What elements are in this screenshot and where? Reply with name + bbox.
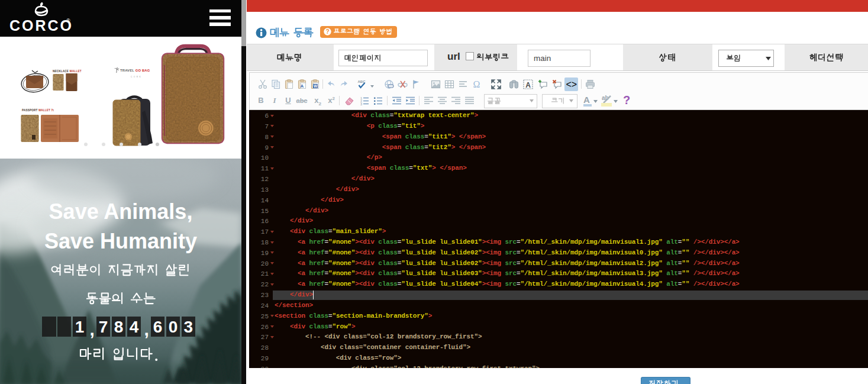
svg-text:A: A: [525, 81, 531, 89]
svg-text:Ω: Ω: [473, 79, 480, 89]
svg-text:W: W: [314, 84, 318, 88]
svg-text:A: A: [301, 83, 304, 89]
svg-text:3: 3: [360, 102, 362, 106]
svg-text:?: ?: [325, 28, 329, 35]
